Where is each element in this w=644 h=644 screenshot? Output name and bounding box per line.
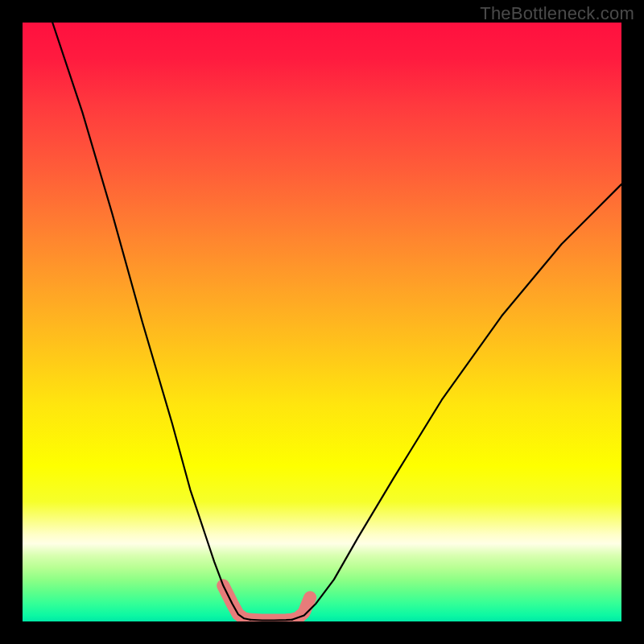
bottleneck-curve-right [292, 184, 621, 620]
bottleneck-curve-floor [250, 620, 292, 621]
watermark-text: TheBottleneck.com [480, 3, 634, 24]
curve-layer [23, 23, 621, 621]
bottleneck-curve-left [52, 23, 250, 620]
plot-area [23, 23, 621, 621]
optimal-range-highlight [223, 585, 310, 620]
chart-frame: TheBottleneck.com [0, 0, 644, 644]
